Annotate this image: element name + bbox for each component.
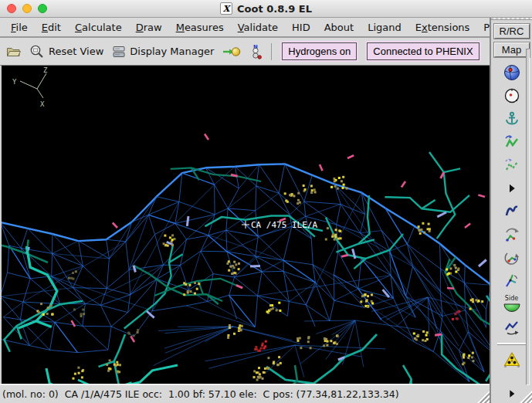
- fix-atoms-button[interactable]: [502, 109, 522, 129]
- refine-regularize-control-button[interactable]: R/RC: [494, 24, 530, 39]
- toolbar-rail: [526, 49, 530, 385]
- menu-calculate[interactable]: Calculate: [68, 20, 129, 35]
- edit-chi-angles-button[interactable]: [502, 271, 522, 291]
- side-chain-flip-button[interactable]: Side: [502, 294, 522, 314]
- axis-z-label: Z: [43, 66, 48, 74]
- menu-extensions[interactable]: Extensions: [408, 20, 477, 35]
- molecular-scene: ZYXCA /475 ILE/A: [2, 66, 491, 386]
- expander-button[interactable]: [502, 178, 522, 198]
- more-tools-button[interactable]: [502, 384, 522, 403]
- axis-x-label: X: [40, 100, 45, 108]
- jiggle-fit-button[interactable]: [502, 317, 522, 337]
- statusbar-resize-grip[interactable]: [476, 391, 490, 403]
- reset-view-button[interactable]: Reset View: [27, 42, 106, 61]
- rotate-translate-zone-button[interactable]: [502, 202, 522, 222]
- x11-icon: X: [220, 2, 232, 15]
- menu-hid[interactable]: HID: [285, 20, 317, 35]
- window-title: Coot 0.8.9 EL: [237, 3, 312, 15]
- menu-measures[interactable]: Measures: [169, 20, 231, 35]
- side-chain-flip-icon: [503, 303, 521, 313]
- title-bar: X Coot 0.8.9 EL: [0, 0, 532, 18]
- rotamers-icon: [503, 249, 521, 267]
- real-space-refine-zone-icon: [503, 133, 521, 151]
- side-flip-label: Side: [505, 296, 518, 302]
- map-button[interactable]: Map: [494, 42, 530, 57]
- real-space-refine-zone-button[interactable]: [502, 132, 522, 152]
- toolbar-drag-handle[interactable]: [491, 18, 532, 20]
- auto-fit-rotamer-icon: [503, 225, 521, 244]
- menu-validate[interactable]: Validate: [231, 20, 285, 35]
- status-text: (mol. no: 0) CA /1/A/475 ILE occ: 1.00 b…: [2, 388, 399, 400]
- mutate-residue-icon: [503, 351, 521, 369]
- refine-sphere-icon: [503, 63, 521, 82]
- open-folder-icon: [6, 46, 21, 58]
- axis-y-label: Y: [12, 78, 17, 86]
- ligand-builder-button[interactable]: N: [247, 42, 264, 61]
- rotamers-button[interactable]: [502, 248, 522, 268]
- edit-chi-angles-icon: [503, 272, 521, 290]
- mutate-residue-button[interactable]: [502, 350, 522, 370]
- right-toolbar: R/RC Map: [490, 18, 532, 403]
- jiggle-fit-icon: [503, 318, 521, 337]
- atom-label: CA /475 ILE/A: [251, 220, 317, 230]
- menu-about[interactable]: About: [317, 20, 361, 35]
- window-title-group: X Coot 0.8.9 EL: [220, 2, 312, 15]
- refinement-target-icon: [503, 86, 521, 105]
- expander-more-icon: [505, 181, 519, 195]
- rotate-translate-zone-icon: [503, 202, 521, 221]
- toolbar-separator: [271, 43, 272, 60]
- refinement-target-button[interactable]: [502, 86, 522, 106]
- menu-ligand[interactable]: Ligand: [361, 20, 408, 35]
- traffic-lights: [7, 4, 47, 13]
- display-manager-button[interactable]: Display Manager: [110, 43, 216, 60]
- display-manager-icon: [112, 45, 126, 59]
- menu-edit[interactable]: Edit: [35, 20, 68, 35]
- go-to-atom-icon: [222, 45, 241, 59]
- open-file-button[interactable]: [4, 44, 23, 59]
- phenix-connection-button[interactable]: Connected to PHENIX: [367, 42, 479, 60]
- coot-window: X Coot 0.8.9 EL FileEditCalculateDrawMea…: [0, 0, 532, 403]
- graphics-viewport[interactable]: ZYXCA /475 ILE/A: [0, 66, 490, 384]
- zoom-button[interactable]: [38, 4, 47, 13]
- auto-fit-rotamer-button[interactable]: [502, 225, 522, 245]
- refine-sphere-button[interactable]: [502, 63, 522, 83]
- display-manager-label: Display Manager: [130, 46, 214, 57]
- fix-atoms-anchor-icon: [503, 110, 521, 128]
- menu-draw[interactable]: Draw: [129, 20, 169, 35]
- ligand-icon: N: [249, 43, 262, 59]
- regularize-zone-button[interactable]: [502, 155, 522, 175]
- toolbar-separator: [497, 343, 527, 344]
- go-to-atom-button[interactable]: [220, 43, 243, 60]
- reset-view-magnifier-icon: [29, 44, 45, 59]
- menu-bar: FileEditCalculateDrawMeasuresValidateHID…: [0, 18, 490, 38]
- hydrogens-toggle-button[interactable]: Hydrogens on: [282, 42, 357, 60]
- status-bar: (mol. no: 0) CA /1/A/475 ILE occ: 1.00 b…: [0, 384, 490, 403]
- more-items-icon: [506, 388, 518, 400]
- main-toolbar: Reset View Display Manager: [0, 38, 490, 66]
- reset-view-label: Reset View: [49, 46, 103, 57]
- menu-file[interactable]: File: [4, 20, 35, 35]
- close-button[interactable]: [7, 4, 16, 13]
- regularize-zone-icon: [503, 156, 521, 174]
- minimize-button[interactable]: [22, 4, 32, 13]
